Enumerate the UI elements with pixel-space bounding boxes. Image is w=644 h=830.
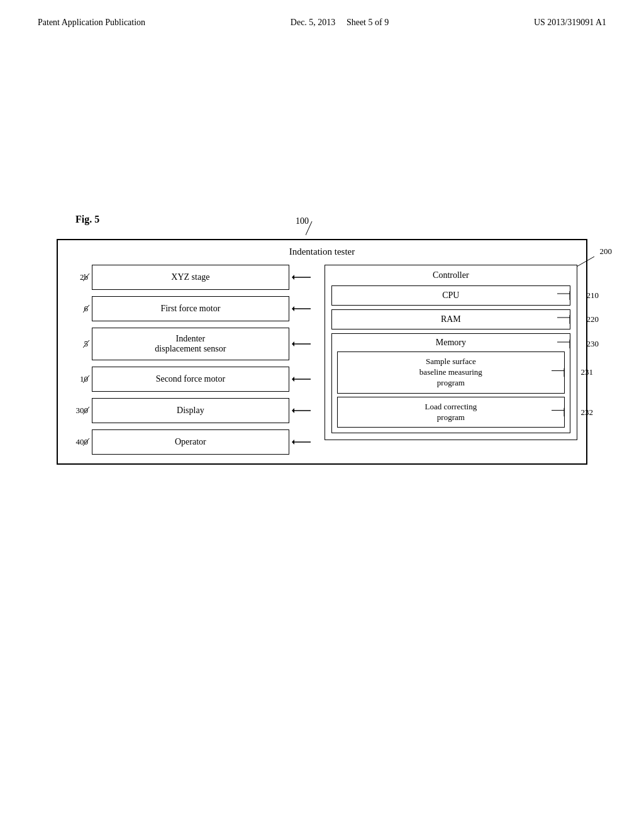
memory-title: Memory xyxy=(337,338,565,348)
operator-box: Operator xyxy=(92,429,289,455)
load-correcting-program-box: Load correcting program 232 xyxy=(337,397,565,428)
second-force-motor-row: 10 Second force motor xyxy=(67,367,312,392)
svg-marker-6 xyxy=(292,341,294,346)
patent-number: US 2013/319091 A1 xyxy=(534,18,606,27)
xyz-stage-box: XYZ stage xyxy=(92,265,289,290)
ref-400-line xyxy=(83,438,91,447)
ref-231: 231 xyxy=(580,367,593,378)
ref-230-area: 230 xyxy=(557,339,599,349)
outer-title: Indentation tester xyxy=(67,246,577,257)
svg-marker-4 xyxy=(292,306,294,311)
ref-232-area: 232 xyxy=(552,407,593,418)
ref-232-line xyxy=(552,408,579,417)
svg-marker-2 xyxy=(292,275,294,280)
publication-date: Dec. 5, 2013 xyxy=(291,18,336,27)
header-left: Patent Application Publication xyxy=(38,18,145,28)
ref-210: 210 xyxy=(586,290,599,301)
ref-220-line xyxy=(557,315,585,324)
inner-layout: 2b XYZ stage xyxy=(67,265,577,455)
ref-230-line xyxy=(557,340,585,348)
first-force-motor-row: 6 First force motor xyxy=(67,296,312,321)
controller-title: Controller xyxy=(331,270,570,280)
sample-surface-program-box: Sample surface baseline measuring progra… xyxy=(337,351,565,394)
ref-220-area: 220 xyxy=(557,314,599,324)
ref-5-line xyxy=(83,340,91,349)
publication-label: Patent Application Publication xyxy=(38,18,145,27)
figure-label: Fig. 5 xyxy=(75,214,99,225)
arrow-display xyxy=(292,406,312,416)
arrow-first-force xyxy=(292,304,312,314)
ref-6-line xyxy=(83,305,91,314)
svg-marker-10 xyxy=(292,408,294,413)
ref-2b-line xyxy=(83,274,91,282)
svg-line-0 xyxy=(306,221,312,235)
arrow-indenter xyxy=(292,339,312,349)
display-box: Display xyxy=(92,398,289,423)
ref-100-line xyxy=(306,221,325,237)
arrow-xyz xyxy=(292,272,312,282)
arrow-second-force xyxy=(292,374,312,384)
page-header: Patent Application Publication Dec. 5, 2… xyxy=(0,0,644,28)
outer-box: Indentation tester 2b XYZ stage xyxy=(57,239,587,465)
ref-10-line xyxy=(83,375,91,384)
ref-210-area: 210 xyxy=(557,290,599,301)
ref-210-line xyxy=(557,291,585,300)
right-column: 200 Controller CPU 210 xyxy=(312,265,577,440)
ref-230: 230 xyxy=(586,339,599,349)
ref-232: 232 xyxy=(580,407,593,418)
header-center: Dec. 5, 2013 Sheet 5 of 9 xyxy=(291,18,389,28)
ref-231-area: 231 xyxy=(552,367,593,378)
sheet-label: Sheet 5 of 9 xyxy=(347,18,389,27)
header-right: US 2013/319091 A1 xyxy=(534,18,606,28)
svg-line-13 xyxy=(577,257,594,267)
ref-200-label: 200 xyxy=(599,246,612,257)
display-row: 300 Display xyxy=(67,398,312,423)
svg-marker-12 xyxy=(292,440,294,445)
cpu-box: CPU 210 xyxy=(331,285,570,306)
ref-231-line xyxy=(552,368,579,377)
left-column: 2b XYZ stage xyxy=(67,265,312,455)
arrow-operator xyxy=(292,437,312,447)
xyz-stage-row: 2b XYZ stage xyxy=(67,265,312,290)
memory-box: 230 Memory Sample surface baseline measu… xyxy=(331,333,570,433)
operator-row: 400 Operator xyxy=(67,429,312,455)
indenter-sensor-row: 5 Indenter displacement sensor xyxy=(67,328,312,360)
ref-300-line xyxy=(83,407,91,416)
svg-marker-8 xyxy=(292,377,294,382)
diagram-wrapper: 100 Indentation tester 2b xyxy=(57,239,587,465)
ref-220: 220 xyxy=(586,314,599,324)
indenter-sensor-box: Indenter displacement sensor xyxy=(92,328,289,360)
first-force-motor-box: First force motor xyxy=(92,296,289,321)
ram-box: RAM 220 xyxy=(331,309,570,329)
controller-box: 200 Controller CPU 210 xyxy=(325,265,577,440)
second-force-motor-box: Second force motor xyxy=(92,367,289,392)
